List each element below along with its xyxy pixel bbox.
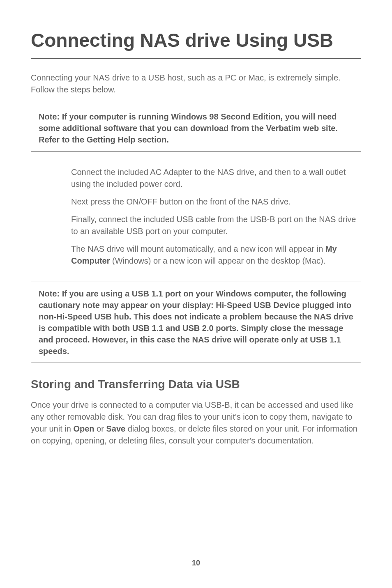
title-underline	[31, 58, 361, 59]
save-label: Save	[106, 424, 125, 433]
note-box-win98: Note: If your computer is running Window…	[31, 105, 361, 152]
body-text-b: or	[95, 424, 106, 433]
open-label: Open	[73, 424, 94, 433]
section-heading-storing: Storing and Transferring Data via USB	[31, 378, 361, 391]
intro-paragraph: Connecting your NAS drive to a USB host,…	[31, 72, 361, 96]
step-1: Connect the included AC Adapter to the N…	[71, 166, 357, 190]
page-title: Connecting NAS drive Using USB	[31, 29, 361, 53]
page-number: 10	[0, 559, 392, 567]
step-4: The NAS drive will mount automatically, …	[71, 243, 357, 267]
step-2: Next press the ON/OFF button on the fron…	[71, 196, 357, 208]
note-box-usb11: Note: If you are using a USB 1.1 port on…	[31, 282, 361, 363]
step-4-text-b: (Windows) or a new icon will appear on t…	[110, 256, 325, 265]
body-paragraph: Once your drive is connected to a comput…	[31, 399, 361, 447]
steps-list: Connect the included AC Adapter to the N…	[31, 166, 361, 267]
step-4-text-a: The NAS drive will mount automatically, …	[71, 244, 325, 253]
step-3: Finally, connect the included USB cable …	[71, 214, 357, 237]
